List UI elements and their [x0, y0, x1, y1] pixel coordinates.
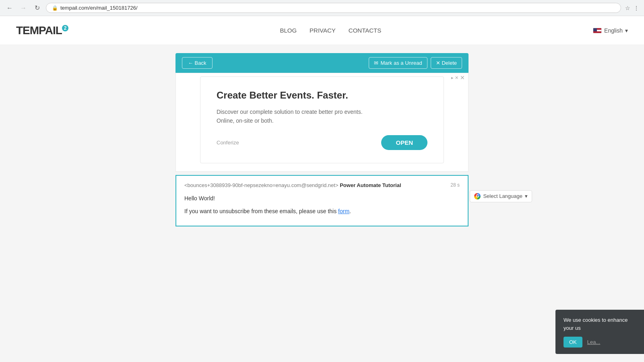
unsubscribe-link[interactable]: form	[338, 208, 349, 214]
language-selector[interactable]: English ▾	[593, 27, 628, 34]
select-language-label: Select Language	[483, 193, 522, 199]
ad-source: Conferize	[217, 140, 239, 146]
select-language-dropdown-icon: ▾	[525, 193, 528, 199]
menu-icon: ⋮	[634, 5, 639, 11]
toolbar-actions: ✉ Mark as a Unread ✕ Delete	[369, 57, 462, 69]
address-bar[interactable]: 🔒 tempail.com/en/mail_150181726/	[46, 3, 621, 13]
ad-footer: Conferize OPEN	[217, 135, 427, 150]
site-header: TEMPAIL2 BLOG PRIVACY CONTACTS English ▾	[0, 16, 644, 45]
back-button[interactable]: ←	[5, 3, 14, 13]
url-text: tempail.com/en/mail_150181726/	[60, 5, 138, 11]
main-content: ← Back ✉ Mark as a Unread ✕ Delete ▸ ✕ ✕…	[169, 53, 475, 226]
main-nav: BLOG PRIVACY CONTACTS	[280, 27, 381, 34]
ad-label: ▸ ✕	[451, 75, 458, 80]
browser-extra-icons: ☆ ⋮	[625, 5, 639, 11]
email-toolbar: ← Back ✉ Mark as a Unread ✕ Delete	[175, 53, 469, 73]
nav-blog[interactable]: BLOG	[280, 27, 297, 34]
logo-pail: PAIL	[39, 24, 62, 37]
email-body-line1: Hello World!	[184, 194, 460, 204]
ad-open-button[interactable]: OPEN	[381, 135, 427, 150]
site-logo[interactable]: TEMPAIL2	[16, 24, 68, 37]
ad-label-row: ▸ ✕ ✕	[451, 75, 465, 80]
email-subject: Power Automate Tutorial	[340, 182, 401, 188]
bookmark-icon: ☆	[625, 5, 630, 11]
sender-address: <bounces+3088939-90bf-nepsezekno=enayu.c…	[184, 182, 339, 188]
language-dropdown-icon: ▾	[625, 27, 628, 34]
google-icon: G	[474, 193, 481, 200]
email-body-line2: If you want to unsubscribe from these em…	[184, 207, 460, 216]
email-body: Hello World! If you want to unsubscribe …	[184, 194, 460, 216]
lock-icon: 🔒	[52, 5, 58, 11]
logo-badge: 2	[62, 25, 68, 31]
nav-contacts[interactable]: CONTACTS	[349, 27, 381, 34]
flag-icon	[593, 28, 602, 33]
select-language-widget[interactable]: G Select Language ▾	[470, 190, 532, 202]
email-time: 28 s	[450, 182, 460, 188]
language-label: English	[604, 27, 623, 34]
ad-description: Discover our complete solution to create…	[217, 107, 369, 125]
nav-privacy[interactable]: PRIVACY	[310, 27, 336, 34]
ad-inner: Create Better Events. Faster. Discover o…	[200, 76, 444, 163]
ad-close-button[interactable]: ✕	[460, 75, 465, 80]
logo-tem: TEM	[16, 24, 39, 37]
email-header: <bounces+3088939-90bf-nepsezekno=enayu.c…	[184, 182, 460, 188]
ad-container: ▸ ✕ ✕ Create Better Events. Faster. Disc…	[175, 73, 469, 172]
back-button[interactable]: ← Back	[182, 57, 213, 69]
forward-button[interactable]: →	[19, 3, 28, 13]
ad-title: Create Better Events. Faster.	[217, 90, 427, 101]
browser-toolbar: ← → ↻ 🔒 tempail.com/en/mail_150181726/ ☆…	[0, 0, 644, 16]
reload-button[interactable]: ↻	[32, 3, 42, 13]
mark-unread-button[interactable]: ✉ Mark as a Unread	[369, 57, 427, 69]
mark-unread-label: Mark as a Unread	[380, 60, 422, 66]
email-card: <bounces+3088939-90bf-nepsezekno=enayu.c…	[175, 175, 469, 227]
email-from: <bounces+3088939-90bf-nepsezekno=enayu.c…	[184, 182, 401, 188]
delete-button[interactable]: ✕ Delete	[431, 57, 462, 69]
mail-icon: ✉	[374, 60, 378, 66]
delete-label: ✕ Delete	[436, 60, 457, 66]
